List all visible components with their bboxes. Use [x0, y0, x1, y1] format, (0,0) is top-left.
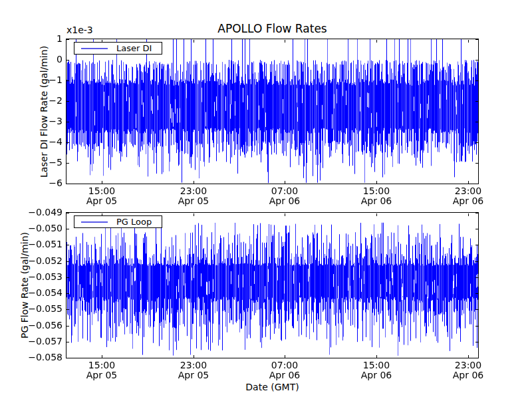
legend-line-sample-icon: [81, 48, 108, 49]
x-tick-mark-bottom: [194, 355, 194, 358]
x-tick-label-line: 07:00: [258, 360, 311, 370]
y-tick-mark-right: [475, 309, 478, 310]
y-tick-mark-left: [66, 122, 69, 122]
y-tick-label: −0.052: [23, 256, 63, 266]
y-tick-mark-right: [475, 60, 478, 61]
y-tick-mark-left: [66, 163, 69, 164]
x-tick-mark-bottom: [376, 181, 377, 184]
y-tick-label: −0.051: [23, 239, 63, 249]
x-tick-label: 07:00Apr 06: [258, 186, 311, 206]
x-tick-label-line: Apr 05: [167, 370, 220, 380]
y-tick-label: −6: [23, 178, 63, 188]
x-tick-mark-bottom: [102, 181, 102, 184]
x-tick-mark-top: [468, 213, 469, 216]
x-tick-label: 23:00Apr 05: [167, 360, 220, 380]
x-tick-mark-bottom: [468, 355, 469, 358]
bottom-axes-pg-loop: PG Loop: [66, 213, 478, 358]
y-tick-label: −1: [23, 75, 63, 85]
x-tick-mark-top: [194, 40, 194, 43]
y-tick-mark-right: [475, 326, 478, 327]
x-tick-mark-top: [285, 213, 285, 216]
y-tick-mark-right: [475, 293, 478, 294]
legend-laser-di: Laser DI: [74, 42, 162, 55]
y-tick-mark-left: [66, 326, 69, 327]
y-tick-label: −5: [23, 158, 63, 168]
x-tick-label-line: 07:00: [258, 186, 311, 196]
top-axes-laser-di: Laser DI: [66, 39, 478, 184]
x-tick-label: 15:00Apr 06: [350, 360, 403, 380]
spine-bottom: [66, 184, 479, 184]
x-tick-label-line: Apr 05: [167, 196, 220, 206]
y-tick-mark-left: [66, 213, 69, 213]
legend-line-sample-icon: [81, 221, 108, 223]
figure: APOLLO Flow Rates x1e-3 Laser DI Laser D…: [0, 0, 532, 399]
x-tick-label-line: Apr 06: [442, 370, 495, 380]
x-tick-mark-bottom: [285, 355, 285, 358]
y-tick-label: −0.049: [23, 207, 63, 217]
y-tick-mark-left: [66, 245, 69, 245]
y-tick-label: −0.050: [23, 223, 63, 233]
x-tick-mark-bottom: [194, 181, 194, 184]
x-tick-label-line: Apr 06: [258, 370, 311, 380]
spine-right: [478, 39, 479, 184]
y-tick-label: −4: [23, 137, 63, 147]
y-tick-label: −0.053: [23, 272, 63, 282]
x-tick-label: 23:00Apr 06: [442, 360, 495, 380]
y-tick-mark-right: [475, 213, 478, 213]
x-tick-label: 15:00Apr 05: [75, 360, 128, 380]
y-tick-label: 0: [23, 55, 63, 65]
x-tick-label-line: Apr 05: [75, 196, 128, 206]
legend-label: PG Loop: [116, 217, 152, 226]
y-tick-label: −0.056: [23, 321, 63, 331]
y-tick-mark-left: [66, 261, 69, 262]
x-tick-mark-bottom: [376, 355, 377, 358]
y-tick-mark-right: [475, 358, 478, 358]
x-tick-mark-bottom: [468, 181, 469, 184]
x-tick-label-line: 23:00: [167, 186, 220, 196]
x-tick-mark-top: [468, 40, 469, 43]
x-tick-label: 23:00Apr 05: [167, 186, 220, 206]
y-tick-mark-left: [66, 80, 69, 81]
x-tick-label-line: Apr 05: [75, 370, 128, 380]
y-tick-mark-left: [66, 229, 69, 229]
x-tick-mark-top: [194, 213, 194, 216]
x-tick-label-line: 15:00: [75, 186, 128, 196]
chart-title: APOLLO Flow Rates: [66, 23, 478, 35]
y-tick-mark-right: [475, 80, 478, 81]
y-tick-label: −0.057: [23, 336, 63, 346]
spine-bottom: [66, 358, 479, 358]
y-tick-mark-right: [475, 245, 478, 245]
y-axis-offset-text: x1e-3: [66, 25, 93, 35]
laser-di-series-plot: [66, 39, 478, 184]
y-tick-mark-right: [475, 163, 478, 164]
x-tick-label: 15:00Apr 06: [350, 186, 403, 206]
y-tick-mark-right: [475, 122, 478, 122]
y-tick-mark-left: [66, 358, 69, 358]
x-tick-label: 15:00Apr 05: [75, 186, 128, 206]
y-tick-mark-right: [475, 342, 478, 342]
spine-right: [478, 212, 479, 358]
x-tick-label-line: 15:00: [75, 360, 128, 370]
y-tick-mark-left: [66, 342, 69, 342]
spine-top: [66, 212, 479, 213]
x-tick-label-line: 23:00: [442, 186, 495, 196]
x-tick-label-line: Apr 06: [350, 196, 403, 206]
spine-left: [66, 212, 66, 358]
x-tick-label-line: Apr 06: [350, 370, 403, 380]
y-tick-mark-left: [66, 309, 69, 310]
y-tick-mark-right: [475, 277, 478, 278]
y-tick-mark-right: [475, 101, 478, 102]
y-tick-mark-right: [475, 261, 478, 262]
y-tick-mark-right: [475, 142, 478, 143]
y-tick-mark-left: [66, 184, 69, 184]
y-tick-label: −0.054: [23, 288, 63, 298]
y-tick-mark-right: [475, 39, 478, 40]
y-tick-mark-left: [66, 39, 69, 40]
y-tick-label: −3: [23, 116, 63, 126]
x-tick-mark-top: [376, 213, 377, 216]
x-tick-label-line: 23:00: [167, 360, 220, 370]
x-tick-mark-top: [376, 40, 377, 43]
x-tick-mark-bottom: [285, 181, 285, 184]
x-tick-label-line: 15:00: [350, 186, 403, 196]
y-tick-label: 1: [23, 34, 63, 44]
